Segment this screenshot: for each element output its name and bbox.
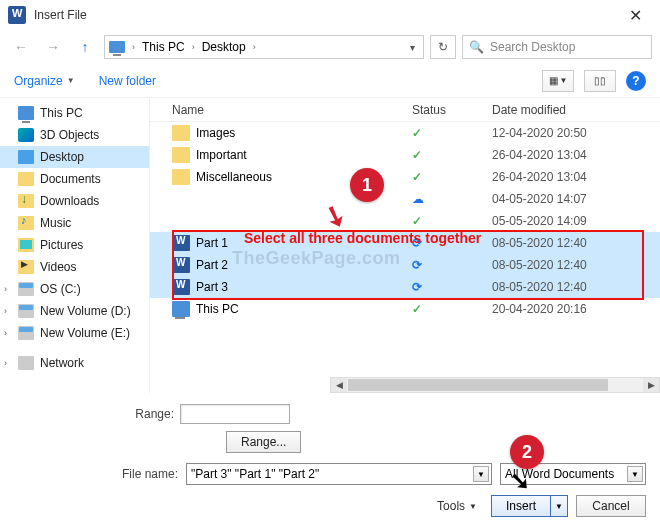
insert-button[interactable]: Insert ▼ — [491, 495, 568, 517]
chevron-right-icon[interactable]: › — [189, 42, 198, 52]
file-row[interactable]: ☁04-05-2020 14:07 — [150, 188, 660, 210]
sidebar-item-thispc[interactable]: This PC — [0, 102, 149, 124]
chevron-down-icon: ▼ — [67, 76, 75, 85]
expand-icon[interactable]: › — [4, 328, 12, 338]
folder-icon — [172, 169, 190, 185]
search-input[interactable]: 🔍 Search Desktop — [462, 35, 652, 59]
sidebar-item-osc[interactable]: ›OS (C:) — [0, 278, 149, 300]
range-input[interactable] — [180, 404, 290, 424]
disk-icon — [18, 282, 34, 296]
sidebar-item-videos[interactable]: Videos — [0, 256, 149, 278]
scroll-thumb[interactable] — [348, 379, 608, 391]
expand-icon[interactable]: › — [4, 358, 12, 368]
desktop-icon — [18, 150, 34, 164]
sidebar: This PC 3D Objects Desktop Documents Dow… — [0, 98, 150, 393]
tools-menu[interactable]: Tools ▼ — [437, 499, 477, 513]
file-row-part3[interactable]: Part 3⟳08-05-2020 12:40 — [150, 276, 660, 298]
status-synced-icon: ✓ — [412, 214, 492, 228]
file-row-important[interactable]: Important✓26-04-2020 13:04 — [150, 144, 660, 166]
filename-input[interactable]: "Part 3" "Part 1" "Part 2" ▼ — [186, 463, 492, 485]
word-doc-icon — [172, 257, 190, 273]
word-doc-icon — [172, 279, 190, 295]
insert-split-dropdown[interactable]: ▼ — [551, 496, 567, 516]
col-status[interactable]: Status — [412, 103, 492, 117]
window-title: Insert File — [34, 8, 87, 22]
file-row-images[interactable]: Images✓12-04-2020 20:50 — [150, 122, 660, 144]
titlebar: Insert File ✕ — [0, 0, 660, 30]
annotation-arrow-2: ➘ — [510, 467, 530, 495]
status-syncing-icon: ⟳ — [412, 280, 492, 294]
col-date[interactable]: Date modified — [492, 103, 660, 117]
nav-back-icon[interactable]: ← — [8, 34, 34, 60]
status-synced-icon: ✓ — [412, 148, 492, 162]
nav-up-icon[interactable]: ↑ — [72, 34, 98, 60]
sidebar-item-pictures[interactable]: Pictures — [0, 234, 149, 256]
annotation-text: Select all three documents together — [244, 230, 481, 246]
status-cloud-icon: ☁ — [412, 192, 492, 206]
col-name[interactable]: Name — [172, 103, 412, 117]
pc-icon — [109, 41, 125, 53]
chevron-right-icon[interactable]: › — [250, 42, 259, 52]
column-headers[interactable]: Name Status Date modified — [150, 98, 660, 122]
status-synced-icon: ✓ — [412, 126, 492, 140]
chevron-down-icon[interactable]: ▼ — [627, 466, 643, 482]
sidebar-item-3dobjects[interactable]: 3D Objects — [0, 124, 149, 146]
folder-icon — [18, 172, 34, 186]
folder-icon — [172, 125, 190, 141]
network-icon — [18, 356, 34, 370]
music-icon — [18, 216, 34, 230]
pictures-icon — [18, 238, 34, 252]
sidebar-item-documents[interactable]: Documents — [0, 168, 149, 190]
new-folder-button[interactable]: New folder — [99, 74, 156, 88]
organize-menu[interactable]: Organize ▼ — [14, 74, 75, 88]
expand-icon[interactable]: › — [4, 306, 12, 316]
toolbar: Organize ▼ New folder ▦ ▼ ▯▯ ? — [0, 64, 660, 98]
close-icon[interactable]: ✕ — [619, 2, 652, 29]
chevron-right-icon[interactable]: › — [129, 42, 138, 52]
pc-icon — [18, 106, 34, 120]
bottom-pane: Range: Range... File name: "Part 3" "Par… — [0, 393, 660, 525]
downloads-icon — [18, 194, 34, 208]
3d-icon — [18, 128, 34, 142]
file-row-miscellaneous[interactable]: Miscellaneous✓26-04-2020 13:04 — [150, 166, 660, 188]
sidebar-item-desktop[interactable]: Desktop — [0, 146, 149, 168]
breadcrumb-dropdown-icon[interactable]: ▾ — [406, 38, 419, 57]
expand-icon[interactable]: › — [4, 284, 12, 294]
help-icon[interactable]: ? — [626, 71, 646, 91]
status-synced-icon: ✓ — [412, 170, 492, 184]
status-synced-icon: ✓ — [412, 302, 492, 316]
disk-icon — [18, 326, 34, 340]
file-row-thispc-shortcut[interactable]: This PC✓20-04-2020 20:16 — [150, 298, 660, 320]
organize-label: Organize — [14, 74, 63, 88]
search-placeholder: Search Desktop — [490, 40, 575, 54]
file-row-part2[interactable]: Part 2⟳08-05-2020 12:40 — [150, 254, 660, 276]
filename-label: File name: — [10, 467, 178, 481]
scroll-right-icon[interactable]: ▶ — [643, 378, 659, 392]
preview-pane-button[interactable]: ▯▯ — [584, 70, 616, 92]
cancel-button[interactable]: Cancel — [576, 495, 646, 517]
file-row[interactable]: ✓05-05-2020 14:09 — [150, 210, 660, 232]
horizontal-scrollbar[interactable]: ◀ ▶ — [330, 377, 660, 393]
view-mode-button[interactable]: ▦ ▼ — [542, 70, 574, 92]
chevron-down-icon[interactable]: ▼ — [473, 466, 489, 482]
folder-icon — [172, 147, 190, 163]
range-button[interactable]: Range... — [226, 431, 301, 453]
videos-icon — [18, 260, 34, 274]
scroll-left-icon[interactable]: ◀ — [331, 378, 347, 392]
sidebar-item-downloads[interactable]: Downloads — [0, 190, 149, 212]
breadcrumb[interactable]: › This PC › Desktop › ▾ — [104, 35, 424, 59]
blank-icon — [172, 213, 190, 229]
sidebar-item-voled[interactable]: ›New Volume (D:) — [0, 300, 149, 322]
breadcrumb-desktop[interactable]: Desktop — [200, 38, 248, 56]
range-label: Range: — [10, 407, 180, 421]
breadcrumb-thispc[interactable]: This PC — [140, 38, 187, 56]
chevron-down-icon: ▼ — [469, 502, 477, 511]
annotation-callout-1: 1 — [350, 168, 384, 202]
sidebar-item-network[interactable]: ›Network — [0, 352, 149, 374]
blank-icon — [172, 191, 190, 207]
word-app-icon — [8, 6, 26, 24]
sidebar-item-music[interactable]: Music — [0, 212, 149, 234]
refresh-icon[interactable]: ↻ — [430, 35, 456, 59]
sidebar-item-volee[interactable]: ›New Volume (E:) — [0, 322, 149, 344]
nav-bar: ← → ↑ › This PC › Desktop › ▾ ↻ 🔍 Search… — [0, 30, 660, 64]
